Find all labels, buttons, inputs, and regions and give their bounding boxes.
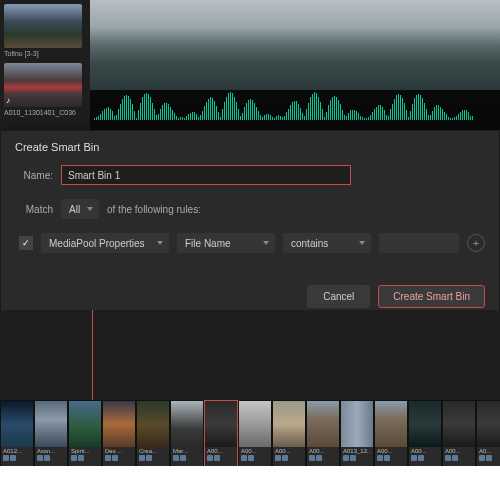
clip-label: Assn... [37, 448, 65, 454]
clip-badge-icon [479, 455, 485, 461]
match-label: Match [15, 204, 53, 215]
timeline-clip[interactable]: A012... [0, 400, 34, 466]
clip-thumbnail [103, 401, 135, 447]
clip-badge-icon [282, 455, 288, 461]
clip-label: A00... [377, 448, 405, 454]
clip-label: A013_12... [343, 448, 371, 454]
clip-thumbnail [1, 401, 33, 447]
clip-thumbnail [137, 401, 169, 447]
timeline-clip[interactable]: Spirit... [68, 400, 102, 466]
clip-badge-icon [10, 455, 16, 461]
media-clip-thumbnail[interactable] [4, 4, 82, 48]
clip-badge-icon [384, 455, 390, 461]
clip-thumbnail [477, 401, 500, 447]
timeline-clip[interactable]: A00... [204, 400, 238, 466]
create-smart-bin-dialog: Create Smart Bin Name: Match All of the … [0, 130, 500, 321]
clip-badge-icon [275, 455, 281, 461]
clip-label: Tofino [3-3] [4, 50, 86, 57]
clip-badge-icon [411, 455, 417, 461]
clip-thumbnail [375, 401, 407, 447]
clip-badge-icon [343, 455, 349, 461]
audio-waveform [94, 92, 496, 124]
clip-badge-icon [445, 455, 451, 461]
clip-label: A010_11301401_C036 [4, 109, 86, 116]
clip-badge-icon [418, 455, 424, 461]
timeline-clip[interactable]: A00... [408, 400, 442, 466]
dialog-title: Create Smart Bin [1, 131, 499, 165]
rule-value-input[interactable] [379, 233, 459, 253]
timeline-clip[interactable]: A00... [374, 400, 408, 466]
clip-badge-icon [105, 455, 111, 461]
cancel-button[interactable]: Cancel [307, 285, 370, 308]
clip-badge-icon [486, 455, 492, 461]
clip-badge-icon [71, 455, 77, 461]
clip-label: A012... [3, 448, 31, 454]
clip-label: A00... [411, 448, 439, 454]
clip-label: Des ... [105, 448, 133, 454]
name-input[interactable] [61, 165, 351, 185]
rule-property-dropdown[interactable]: MediaPool Properties [41, 233, 169, 253]
create-smart-bin-button[interactable]: Create Smart Bin [378, 285, 485, 308]
name-label: Name: [15, 170, 53, 181]
clip-badge-icon [309, 455, 315, 461]
clip-thumbnail [69, 401, 101, 447]
clip-badge-icon [377, 455, 383, 461]
clip-badge-icon [139, 455, 145, 461]
clip-badge-icon [316, 455, 322, 461]
rule-field-dropdown[interactable]: File Name [177, 233, 275, 253]
media-clip-thumbnail[interactable]: ♪ [4, 63, 82, 107]
clip-label: Mar... [173, 448, 201, 454]
clip-badge-icon [452, 455, 458, 461]
rule-enabled-checkbox[interactable]: ✓ [19, 236, 33, 250]
media-strip: A012...Assn...Spirit...Des ...Crea...Mar… [0, 400, 500, 466]
clip-thumbnail [239, 401, 271, 447]
clip-badge-icon [3, 455, 9, 461]
clip-badge-icon [248, 455, 254, 461]
timeline-clip[interactable]: A00... [442, 400, 476, 466]
clip-thumbnail [409, 401, 441, 447]
bottom-whitespace [0, 466, 500, 500]
match-dropdown[interactable]: All [61, 199, 99, 219]
clip-badge-icon [112, 455, 118, 461]
clip-label: A00... [275, 448, 303, 454]
clip-badge-icon [207, 455, 213, 461]
timeline-clip[interactable]: A00... [306, 400, 340, 466]
timeline-clip[interactable]: Assn... [34, 400, 68, 466]
source-viewer[interactable] [90, 0, 500, 130]
clip-label: A00... [241, 448, 269, 454]
clip-thumbnail [443, 401, 475, 447]
timeline-clip[interactable]: A00... [272, 400, 306, 466]
timeline-clip[interactable]: A00... [238, 400, 272, 466]
clip-thumbnail [171, 401, 203, 447]
clip-thumbnail [205, 401, 237, 447]
clip-thumbnail [341, 401, 373, 447]
playhead[interactable] [92, 310, 93, 400]
clip-label: A00... [207, 448, 235, 454]
clip-label: Spirit... [71, 448, 99, 454]
timeline-clip[interactable]: Crea... [136, 400, 170, 466]
clip-badge-icon [214, 455, 220, 461]
timeline-area[interactable] [0, 310, 500, 400]
timeline-clip[interactable]: A013_12... [340, 400, 374, 466]
clip-badge-icon [44, 455, 50, 461]
timeline-clip[interactable]: A0... [476, 400, 500, 466]
clip-thumbnail [273, 401, 305, 447]
clip-badge-icon [241, 455, 247, 461]
clip-badge-icon [350, 455, 356, 461]
audio-icon: ♪ [6, 96, 10, 105]
clip-label: A0... [479, 448, 500, 454]
match-suffix-text: of the following rules: [107, 204, 201, 215]
clip-badge-icon [180, 455, 186, 461]
timeline-clip[interactable]: Des ... [102, 400, 136, 466]
clip-badge-icon [37, 455, 43, 461]
rule-operator-dropdown[interactable]: contains [283, 233, 371, 253]
clip-thumbnail [35, 401, 67, 447]
clip-label: Crea... [139, 448, 167, 454]
timeline-clip[interactable]: Mar... [170, 400, 204, 466]
add-rule-button[interactable]: + [467, 234, 485, 252]
clip-thumbnail [307, 401, 339, 447]
clip-label: A00... [445, 448, 473, 454]
clip-badge-icon [173, 455, 179, 461]
clip-label: A00... [309, 448, 337, 454]
clip-badge-icon [146, 455, 152, 461]
